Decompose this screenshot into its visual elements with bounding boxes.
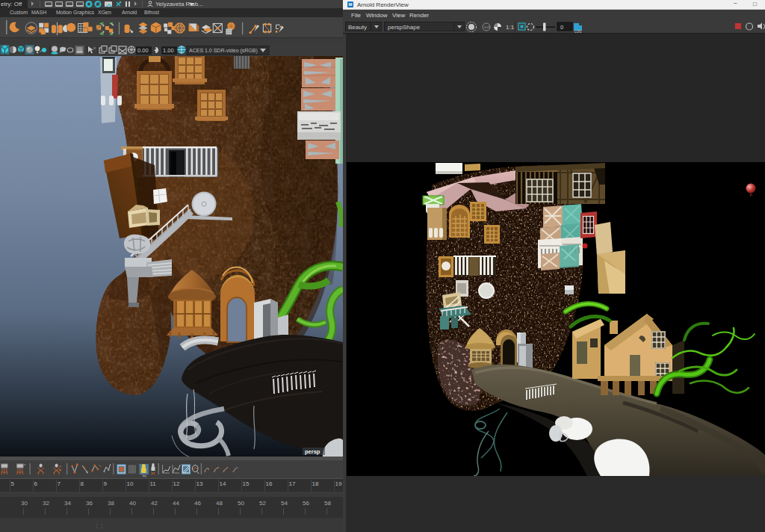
svg-text:key: key: [143, 474, 146, 477]
svg-text:LOG: LOG: [574, 30, 582, 34]
svg-text:1.00: 1.00: [163, 47, 174, 54]
svg-text:ACES 1.0 SDR-video (sRGB): ACES 1.0 SDR-video (sRGB): [189, 48, 258, 54]
svg-text:1:1: 1:1: [506, 24, 515, 31]
svg-text:0.00: 0.00: [137, 47, 149, 54]
svg-text:0: 0: [560, 24, 563, 31]
svg-text:sub: sub: [484, 25, 490, 29]
svg-text:persp: persp: [305, 448, 320, 455]
svg-text:Yelyzaveta Riab...: Yelyzaveta Riab...: [155, 1, 203, 7]
